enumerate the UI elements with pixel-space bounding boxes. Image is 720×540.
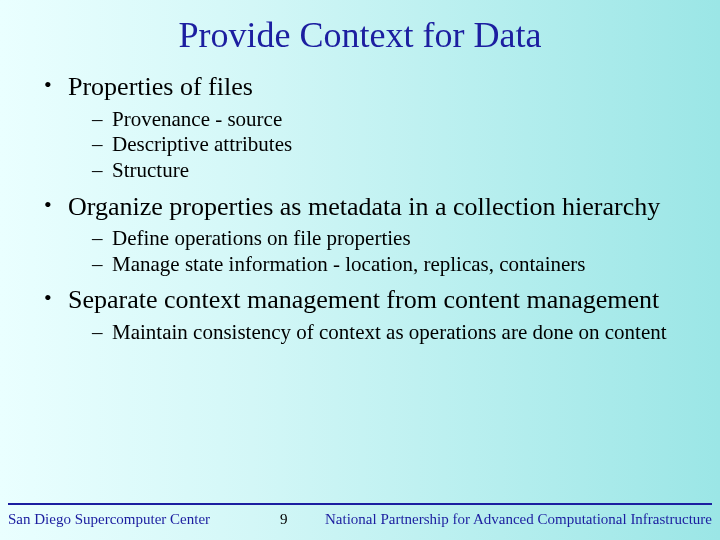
sub-item: Manage state information - location, rep… <box>92 252 680 278</box>
bullet-text: Organize properties as metadata in a col… <box>68 192 660 221</box>
slide: Provide Context for Data Properties of f… <box>0 0 720 540</box>
footer-right: National Partnership for Advanced Comput… <box>288 511 712 528</box>
bullet-item: Organize properties as metadata in a col… <box>40 192 680 278</box>
slide-content: Properties of files Provenance - source … <box>0 56 720 346</box>
sub-text: Descriptive attributes <box>112 132 292 156</box>
sub-list: Define operations on file properties Man… <box>68 226 680 277</box>
sub-item: Descriptive attributes <box>92 132 680 158</box>
sub-text: Structure <box>112 158 189 182</box>
bullet-item: Properties of files Provenance - source … <box>40 72 680 184</box>
footer-row: San Diego Supercomputer Center 9 Nationa… <box>8 511 712 528</box>
sub-text: Maintain consistency of context as opera… <box>112 320 667 344</box>
sub-text: Manage state information - location, rep… <box>112 252 586 276</box>
sub-text: Define operations on file properties <box>112 226 411 250</box>
sub-item: Define operations on file properties <box>92 226 680 252</box>
sub-list: Maintain consistency of context as opera… <box>68 320 680 346</box>
bullet-text: Separate context management from content… <box>68 285 659 314</box>
footer-rule <box>8 503 712 505</box>
slide-title: Provide Context for Data <box>0 0 720 56</box>
bullet-item: Separate context management from content… <box>40 285 680 345</box>
footer: San Diego Supercomputer Center 9 Nationa… <box>0 503 720 528</box>
sub-list: Provenance - source Descriptive attribut… <box>68 107 680 184</box>
bullet-text: Properties of files <box>68 72 253 101</box>
footer-left: San Diego Supercomputer Center <box>8 511 210 528</box>
sub-item: Provenance - source <box>92 107 680 133</box>
bullet-list: Properties of files Provenance - source … <box>40 72 680 346</box>
sub-item: Structure <box>92 158 680 184</box>
footer-page-number: 9 <box>280 511 288 528</box>
sub-item: Maintain consistency of context as opera… <box>92 320 680 346</box>
sub-text: Provenance - source <box>112 107 282 131</box>
